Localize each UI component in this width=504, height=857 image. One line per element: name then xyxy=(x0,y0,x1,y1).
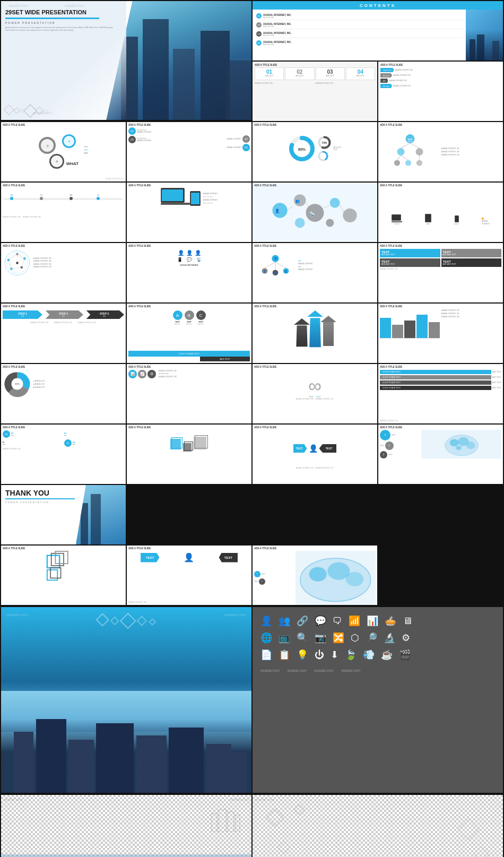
slide-28-worldmap[interactable]: ADD A TITLE SLIDE T TEXT TEXT T T TEXT xyxy=(378,425,503,484)
thankyou-title: THANK YOU xyxy=(5,489,121,497)
slide-10-label: ADD A TITLE SLIDE xyxy=(128,184,250,187)
svg-point-72 xyxy=(450,439,459,446)
slide-8-tree[interactable]: ADD A TITLE SLIDE xyxy=(378,122,503,181)
svg-rect-87 xyxy=(228,812,234,832)
slide-extra-3[interactable]: ADD A TITLE SLIDE T TEXT TEXT T xyxy=(253,546,377,605)
slide-4-label: ADD A TITLE SLIDE xyxy=(380,64,501,66)
icon-zoom: 🔬 xyxy=(384,632,395,644)
svg-text:70%: 70% xyxy=(321,141,327,144)
svg-point-27 xyxy=(326,219,334,227)
contents-header: CONTENTS xyxy=(360,3,396,8)
slide-17-steps2[interactable]: ADD A TITLE SLIDE STEP 1 text STEP 2 tex… xyxy=(1,304,126,363)
slide-14-label: ADD A TITLE SLIDE xyxy=(128,245,250,247)
svg-line-48 xyxy=(8,260,12,269)
icon-gear: ⚙ xyxy=(402,632,410,644)
slide-9-timeline[interactable]: ADD A TITLE SLIDE 01 02 03 xyxy=(1,183,126,242)
svg-point-26 xyxy=(295,218,305,228)
icon-leaf: 🍃 xyxy=(345,649,357,661)
watermark-icons-4: asadal.com xyxy=(341,669,360,672)
watermark-bl: asadal.com xyxy=(6,612,28,617)
icon-file: 📄 xyxy=(260,649,272,661)
slide-16-textboxes[interactable]: ADD A TITLE SLIDE TEXT ADD AND TEXT TEXT… xyxy=(378,243,503,302)
icon-copy: 📋 xyxy=(279,649,290,661)
what-text: WHAT xyxy=(66,161,79,166)
slide-13-label: ADD A TITLE SLIDE xyxy=(3,245,124,247)
icon-network: 🔗 xyxy=(297,615,308,627)
bottom-blue-panel: asadal.com asadal.com asadal.com xyxy=(1,607,251,793)
svg-rect-85 xyxy=(212,813,217,832)
svg-point-82 xyxy=(309,567,327,582)
svg-line-57 xyxy=(275,262,286,268)
svg-line-29 xyxy=(306,203,309,207)
svg-point-24 xyxy=(330,198,340,208)
slide-19-arrows3d[interactable]: ADD A TITLE SLIDE xyxy=(253,304,377,363)
svg-point-11 xyxy=(394,160,399,166)
svg-line-28 xyxy=(288,205,294,210)
svg-rect-86 xyxy=(219,810,226,832)
slide-26-3dboxes[interactable]: ADD A TITLE SLIDE xyxy=(127,425,251,484)
icon-fan: 💨 xyxy=(363,649,375,661)
slide-1-subtitle: POWER PRESENTATION xyxy=(5,21,116,24)
slide-10-laptop[interactable]: ADD A TITLE SLIDE ASADAL INTERNET INC. t… xyxy=(127,183,251,242)
slide-20-barchart[interactable]: ADD A TITLE SLIDE ASADAL INTERNET, INC. … xyxy=(378,304,503,363)
slide-23-infinity[interactable]: ADD A TITLE SLIDE ∞ TEXT TEXT ASADAL INT… xyxy=(253,364,377,423)
svg-rect-80 xyxy=(50,568,60,578)
watermark-icons-3: asadal.com xyxy=(315,669,334,672)
slide-14-social[interactable]: ADD A TITLE SLIDE 👤👤👤 📱💬📡 SOCIA NETWORK xyxy=(127,243,251,302)
slide-extra-1[interactable]: ADD A TITLE SLIDE xyxy=(1,546,126,605)
slide-1[interactable]: 29SET WIDE PRESENTATION POWER PRESENTATI… xyxy=(1,1,251,120)
icons-panel: 👤 👥 🔗 💬 🗨 📶 📊 🥧 🖥 🌐 📺 🔍 📷 🔀 ⬡ 🔎 🔬 ⚙ 📄 � xyxy=(253,607,503,793)
icon-monitor: 🖥 xyxy=(403,616,412,627)
slide-3[interactable]: ADD A TITLE SLIDE 01 ADD TEXT text 02 AD… xyxy=(253,62,377,121)
slide-15-people[interactable]: ADD A TITLE SLIDE 👤 👤 👤 👤 xyxy=(253,243,377,302)
slide-thankyou[interactable]: THANK YOU POWER PRESENTATION xyxy=(1,485,126,544)
watermark-cr1: asadal.com xyxy=(255,798,274,801)
slide-11-label: ADD A TITLE SLIDE xyxy=(254,184,376,187)
slide-5-gears[interactable]: ADD A TITLE SLIDE ⚙ ⚙ ⚙ WHAT TEXT TEXT T… xyxy=(1,122,126,181)
icon-chat: 💬 xyxy=(315,615,326,627)
svg-text:👤: 👤 xyxy=(263,270,266,273)
slide-7-donut[interactable]: ADD A TITLE SLIDE 80% xyxy=(253,122,377,181)
slide-12-devices[interactable]: ADD A TITLE SLIDE monitor tablet phone xyxy=(378,183,503,242)
svg-line-46 xyxy=(22,258,25,267)
svg-line-55 xyxy=(265,262,275,268)
svg-rect-79 xyxy=(47,570,57,580)
thankyou-subtitle: POWER PRESENTATION xyxy=(5,501,121,504)
svg-text:👤: 👤 xyxy=(284,270,288,273)
svg-line-31 xyxy=(340,205,344,212)
slide-9-label: ADD A TITLE SLIDE xyxy=(3,184,124,187)
slide-18-abc[interactable]: ADD A TITLE SLIDE A TEXT Add text B TEXT… xyxy=(127,304,251,363)
slide-27-arrows2[interactable]: ADD A TITLE SLIDE TEXT 👤 TEXT ASADAL INT… xyxy=(253,425,377,484)
svg-text:ADD: ADD xyxy=(407,137,412,140)
icon-search: 🔍 xyxy=(297,632,308,644)
slide-22-coloricons[interactable]: ADD A TITLE SLIDE 📊 📈 ⚙ ASADAL INTERNET,… xyxy=(127,364,251,423)
slide-6-steps[interactable]: ADD A TITLE SLIDE 01 text info hereASADA… xyxy=(127,122,251,181)
slide-13-globe[interactable]: ADD A TITLE SLIDE xyxy=(1,243,126,302)
slide-22-label: ADD A TITLE SLIDE xyxy=(128,366,250,368)
slide-19-label: ADD A TITLE SLIDE xyxy=(254,305,376,308)
slide-extra-2-label: ADD A TITLE SLIDE xyxy=(128,547,250,550)
slide-extra-2[interactable]: ADD A TITLE SLIDE TEXT 👤 TEXT ASADAL INT… xyxy=(127,546,251,605)
slide-4[interactable]: ADD A TITLE SLIDE TEXT 01 ASADAL INTERNE… xyxy=(378,62,503,121)
icon-display: 📺 xyxy=(279,632,290,644)
svg-point-12 xyxy=(405,160,411,166)
svg-line-16 xyxy=(397,155,401,160)
icon-chart-bar: 📊 xyxy=(367,615,378,627)
slide-25-numlist2[interactable]: ADD A TITLE SLIDE 01 02text 02text Btext… xyxy=(1,425,126,484)
social-network-title: SOCIA NETWORK xyxy=(177,264,202,266)
slide-16-label: ADD A TITLE SLIDE xyxy=(380,245,501,247)
slide-28-label: ADD A TITLE SLIDE xyxy=(380,426,501,429)
slide-25-label: ADD A TITLE SLIDE xyxy=(3,426,124,429)
checkered-right: asadal.com asadal.com xyxy=(253,795,503,857)
icon-film: 🎬 xyxy=(399,649,411,661)
slide-21-label: ADD A TITLE SLIDE xyxy=(3,366,124,368)
svg-line-30 xyxy=(324,205,329,208)
slide-7-label: ADD A TITLE SLIDE xyxy=(254,124,376,126)
slide-21-piechart[interactable]: ADD A TITLE SLIDE 30% ■ ASADAL 40% ■ ASA… xyxy=(1,364,126,423)
slide-2[interactable]: CONTENTS 01 ASADAL INTERNET, INC.Add a t… xyxy=(253,1,503,60)
checkered-left: asadal.com asadal.com xyxy=(1,795,251,857)
icon-group: 👥 xyxy=(279,615,290,627)
svg-text:📡: 📡 xyxy=(309,211,315,217)
slide-11-bubbles[interactable]: ADD A TITLE SLIDE 👤 👥 📡 xyxy=(253,183,377,242)
slide-24-clickbars[interactable]: ADD A TITLE SLIDE CLICK TO ADD TEXT ADD … xyxy=(378,364,503,423)
